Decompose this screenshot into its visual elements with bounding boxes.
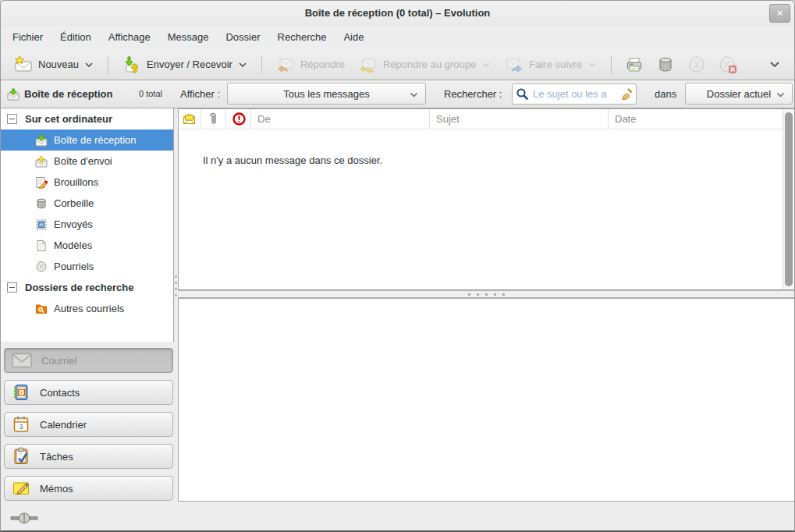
menu-recherche[interactable]: Recherche — [269, 26, 335, 49]
chevron-down-icon — [84, 62, 94, 68]
clear-search-icon[interactable] — [620, 87, 634, 101]
message-filter-dropdown[interactable]: Tous les messages — [227, 83, 426, 105]
sidebar-item-brouillons[interactable]: Brouillons — [1, 172, 173, 193]
svg-text:3: 3 — [19, 423, 23, 431]
online-plug-icon — [10, 512, 38, 524]
sidebar-item-pourriels[interactable]: Pourriels — [1, 256, 173, 277]
column-sujet[interactable]: Sujet — [430, 109, 609, 129]
current-folder-label: Boîte de réception — [24, 80, 112, 108]
sidebar-item-label: Envoyés — [54, 218, 93, 230]
important-icon — [232, 112, 246, 126]
delete-button[interactable] — [650, 53, 681, 76]
sent-icon — [35, 218, 48, 231]
column-date[interactable]: Date — [609, 109, 794, 129]
chevron-down-icon — [587, 62, 597, 68]
not-junk-button[interactable] — [712, 53, 744, 76]
switcher-courriel-button[interactable]: Courriel — [4, 348, 173, 373]
window-title: Boîte de réception (0 total) – Evolution — [1, 1, 794, 26]
column-attachment[interactable] — [201, 109, 226, 129]
toolbar-overflow-button[interactable] — [761, 61, 788, 68]
inbox-icon — [35, 134, 48, 147]
search-scope-label: dans — [655, 80, 676, 108]
sidebar-item-label: Brouillons — [54, 176, 98, 188]
close-button[interactable]: × — [769, 4, 790, 23]
new-mail-icon — [14, 55, 33, 74]
menu-aide[interactable]: Aide — [335, 26, 372, 49]
forward-label: Faire suivre — [529, 59, 582, 70]
outbox-icon — [35, 155, 48, 168]
column-status[interactable] — [179, 109, 201, 129]
pane-resize-grip[interactable] — [175, 275, 177, 300]
trash-icon — [35, 197, 48, 210]
column-label: De — [257, 113, 271, 125]
message-list: De Sujet Date Il n'y a aucun message dan… — [178, 108, 795, 290]
sidebar-item-label: Pourriels — [54, 261, 94, 272]
menu-dossier[interactable]: Dossier — [217, 26, 268, 49]
menubar: Fichier Édition Affichage Message Dossie… — [1, 26, 794, 49]
sidebar-item-boite-de-reception[interactable]: Boîte de réception — [1, 129, 173, 151]
column-de[interactable]: De — [251, 109, 430, 129]
sidebar-item-label: Boîte de réception — [54, 134, 137, 146]
switcher-memos-button[interactable]: Mémos — [4, 476, 173, 501]
message-list-scrollbar[interactable] — [783, 109, 794, 289]
message-count: 0 total — [139, 80, 162, 108]
switcher-taches-button[interactable]: Tâches — [4, 444, 173, 469]
reply-button[interactable]: Répondre — [269, 53, 352, 76]
search-label: Rechercher : — [444, 80, 502, 108]
preview-pane — [178, 298, 795, 502]
menu-message[interactable]: Message — [159, 26, 218, 49]
menu-fichier[interactable]: Fichier — [4, 26, 51, 49]
empty-folder-message: Il n'y a aucun message dans ce dossier. — [203, 154, 382, 166]
forward-button[interactable]: Faire suivre — [498, 53, 604, 76]
preview-splitter[interactable] — [178, 290, 795, 298]
sidebar-item-label: Modèles — [54, 239, 92, 251]
search-scope-dropdown[interactable]: Dossier actuel — [685, 83, 793, 105]
send-receive-button[interactable]: Envoyer / Recevoir — [115, 53, 254, 76]
tree-group-label: Dossiers de recherche — [25, 282, 133, 293]
print-button[interactable] — [619, 53, 650, 76]
junk-icon — [687, 55, 706, 74]
toolbar-separator — [611, 55, 612, 74]
not-junk-icon — [719, 55, 737, 74]
sidebar-item-boite-denvoi[interactable]: Boîte d'envoi — [1, 151, 173, 172]
scrollbar-thumb[interactable] — [785, 112, 793, 286]
menu-affichage[interactable]: Affichage — [100, 26, 159, 49]
toolbar: Nouveau Envoyer / Recevoir — [1, 49, 794, 80]
column-label: Sujet — [436, 113, 460, 125]
online-status-button[interactable] — [10, 512, 38, 524]
toolbar-separator — [261, 55, 262, 74]
collapse-expander-icon[interactable] — [7, 282, 17, 293]
menu-edition[interactable]: Édition — [51, 26, 100, 49]
sidebar-item-autres-courriels[interactable]: Autres courriels — [1, 298, 173, 319]
reply-label: Répondre — [300, 59, 345, 70]
search-scope-value: Dossier actuel — [707, 88, 771, 100]
send-receive-label: Envoyer / Recevoir — [147, 59, 232, 70]
message-list-header: De Sujet Date — [179, 109, 794, 129]
collapse-expander-icon[interactable] — [7, 114, 17, 124]
switcher-button-label: Courriel — [41, 355, 77, 367]
reply-group-icon — [359, 55, 378, 74]
search-folder-icon — [35, 303, 48, 315]
reply-group-label: Répondre au groupe — [383, 59, 476, 70]
junk-button[interactable] — [681, 53, 712, 76]
tree-group-on-this-computer[interactable]: Sur cet ordinateur — [1, 108, 173, 129]
search-input[interactable] — [512, 83, 637, 105]
reply-group-button[interactable]: Répondre au groupe — [352, 53, 498, 76]
chevron-down-icon — [776, 92, 785, 98]
memos-icon — [12, 479, 30, 498]
column-priority[interactable] — [226, 109, 251, 129]
tasks-icon — [12, 447, 30, 466]
switcher-calendrier-button[interactable]: 3 Calendrier — [4, 412, 173, 437]
switcher-contacts-button[interactable]: Contacts — [4, 380, 173, 405]
printer-icon — [625, 55, 644, 74]
junk-icon — [35, 261, 48, 273]
switcher-button-label: Contacts — [40, 387, 80, 399]
sidebar-item-modeles[interactable]: Modèles — [1, 235, 173, 256]
sidebar-item-corbeille[interactable]: Corbeille — [1, 193, 173, 214]
column-label: Date — [615, 113, 636, 125]
chevron-down-icon — [238, 62, 247, 68]
sidebar-item-envoyes[interactable]: Envoyés — [1, 214, 173, 235]
new-button[interactable]: Nouveau — [7, 53, 101, 76]
tree-group-dossiers-de-recherche[interactable]: Dossiers de recherche — [1, 277, 173, 298]
templates-icon — [35, 239, 48, 252]
